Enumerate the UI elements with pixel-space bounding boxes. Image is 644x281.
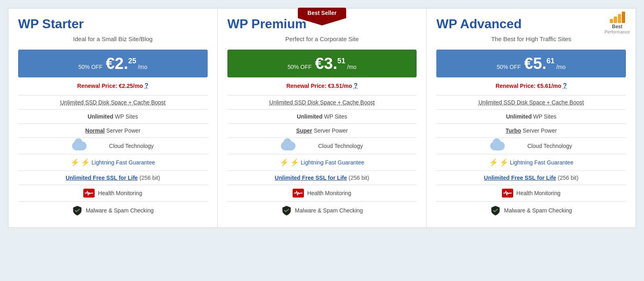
feature-row-3: Cloud Technology [18,137,208,154]
price-amount: €5.61 [524,54,555,72]
renewal-price-starter: Renewal Price: €2.25/mo ? [18,82,208,90]
discount-label: 50% OFF [287,64,312,70]
feature-row-5: Unlimited Free SSL for Life(256 bit) [436,171,626,185]
health-feature-wrap: Health Monitoring [293,189,351,198]
performance-bars-icon [610,12,625,23]
feature-row-3: Cloud Technology [227,137,417,154]
feature-row-7: Malware & Spam Checking [18,201,208,219]
ssl-link[interactable]: Unlimited Free SSL for Life [275,175,347,181]
cloud-icon [281,142,295,150]
price-box-advanced[interactable]: 50% OFF €5.61 /mo [436,50,626,77]
feature-row-0: Unlimited SSD Disk Space + Cache Boost [18,95,208,109]
feature-text-1: Unlimited WP Sites [436,113,626,120]
discount-label: 50% OFF [497,64,521,70]
renewal-question-icon[interactable]: ? [354,82,358,89]
lightning-bolt-icon: ⚡ [489,158,498,167]
malware-feature-wrap: Malware & Spam Checking [281,205,363,216]
plan-column-starter: WP StarterIdeal for a Small Biz Site/Blo… [8,8,218,228]
cloud-feature-wrap: Cloud Technology [227,142,417,150]
feature-row-5: Unlimited Free SSL for Life(256 bit) [227,171,417,185]
per-month: /mo [347,64,356,70]
plan-subtitle-premium: Perfect for a Corporate Site [227,35,417,42]
feature-row-1: Unlimited WP Sites [18,109,208,123]
discount-label: 50% OFF [78,64,103,70]
feature-bold-1: Unlimited [88,113,114,120]
plan-title-starter: WP Starter [18,17,208,31]
cloud-label: Cloud Technology [318,143,363,149]
malware-shield-icon [281,205,292,216]
ssl-bit-label: (256 bit) [349,175,369,181]
feature-row-6: Health Monitoring [18,185,208,201]
price-amount: €3.51 [315,54,345,72]
health-monitoring-icon [293,189,304,198]
health-feature-wrap: Health Monitoring [502,189,561,198]
ssl-feature-wrap[interactable]: Unlimited Free SSL for Life(256 bit) [484,175,578,181]
lightning-bolt-icon: ⚡ [280,158,289,167]
lightning-feature-wrap: ⚡⚡Lightning Fast Guarantee [280,158,364,167]
health-monitoring-label: Health Monitoring [98,190,142,196]
cloud-label: Cloud Technology [527,143,572,149]
malware-label: Malware & Spam Checking [86,207,154,214]
ssl-feature-wrap[interactable]: Unlimited Free SSL for Life(256 bit) [275,175,369,181]
plan-column-premium: Best SellerWP PremiumPerfect for a Corpo… [218,8,427,228]
feature-row-6: Health Monitoring [227,185,417,201]
renewal-price-premium: Renewal Price: €3.51/mo ? [227,82,417,90]
feature-row-1: Unlimited WP Sites [227,109,417,123]
lightning-bolt-icon: ⚡ [500,158,508,167]
renewal-price-advanced: Renewal Price: €5.61/mo ? [436,82,626,90]
badge-bestseller: Best Seller [298,8,346,25]
badge-bestseller-text: Best Seller [298,8,346,18]
health-monitoring-label: Health Monitoring [307,190,351,196]
feature-row-4: ⚡⚡Lightning Fast Guarantee [436,154,626,171]
health-monitoring-label: Health Monitoring [516,190,561,196]
feature-bold-2: Turbo [506,127,521,134]
feature-row-6: Health Monitoring [436,185,626,201]
lightning-feature-wrap: ⚡⚡Lightning Fast Guarantee [489,158,574,167]
ssl-feature-wrap[interactable]: Unlimited Free SSL for Life(256 bit) [66,175,160,181]
plans-container: WP StarterIdeal for a Small Biz Site/Blo… [8,8,636,228]
feature-row-3: Cloud Technology [436,137,626,154]
feature-row-4: ⚡⚡Lightning Fast Guarantee [18,154,208,171]
per-month: /mo [556,64,566,70]
price-box-premium[interactable]: 50% OFF €3.51 /mo [227,50,417,77]
feature-row-0: Unlimited SSD Disk Space + Cache Boost [436,95,626,109]
feature-row-5: Unlimited Free SSL for Life(256 bit) [18,171,208,185]
per-month: /mo [138,64,147,70]
ssl-bit-label: (256 bit) [558,175,578,181]
health-feature-wrap: Health Monitoring [83,189,142,198]
lightning-label: Lightning Fast Guarantee [510,159,574,166]
health-monitoring-icon [502,189,513,198]
badge-bestperformance: BestPerformance [605,12,630,35]
plan-subtitle-starter: Ideal for a Small Biz Site/Blog [18,35,208,42]
feature-row-2: Turbo Server Power [436,123,626,137]
plan-column-advanced: BestPerformance WP AdvancedThe Best for … [427,8,636,228]
price-box-starter[interactable]: 50% OFF €2.25 /mo [18,50,208,77]
feature-text-1: Unlimited WP Sites [227,113,417,120]
malware-shield-icon [72,205,83,216]
malware-feature-wrap: Malware & Spam Checking [490,205,572,216]
lightning-bolt-icon: ⚡ [70,158,79,167]
feature-row-2: Normal Server Power [18,123,208,137]
feature-row-0: Unlimited SSD Disk Space + Cache Boost [227,95,417,109]
malware-label: Malware & Spam Checking [504,207,572,214]
feature-bold-1: Unlimited [506,113,532,120]
lightning-label: Lightning Fast Guarantee [91,159,155,166]
feature-bold-2: Super [296,127,312,134]
feature-row-7: Malware & Spam Checking [227,201,417,219]
malware-feature-wrap: Malware & Spam Checking [72,205,154,216]
cloud-feature-wrap: Cloud Technology [18,142,208,150]
health-monitoring-icon [83,189,95,198]
ssl-link[interactable]: Unlimited Free SSL for Life [66,175,138,181]
lightning-bolt-icon: ⚡ [81,158,90,167]
feature-text-2: Turbo Server Power [436,127,626,134]
feature-row-7: Malware & Spam Checking [436,201,626,219]
renewal-question-icon[interactable]: ? [144,82,149,89]
cloud-icon [490,142,505,150]
renewal-question-icon[interactable]: ? [563,82,567,89]
lightning-feature-wrap: ⚡⚡Lightning Fast Guarantee [70,158,155,167]
ssl-link[interactable]: Unlimited Free SSL for Life [484,175,556,181]
feature-bold-2: Normal [85,127,105,134]
feature-text-2: Normal Server Power [18,127,208,134]
feature-bold-1: Unlimited [297,113,323,120]
lightning-bolt-icon: ⚡ [290,158,299,167]
